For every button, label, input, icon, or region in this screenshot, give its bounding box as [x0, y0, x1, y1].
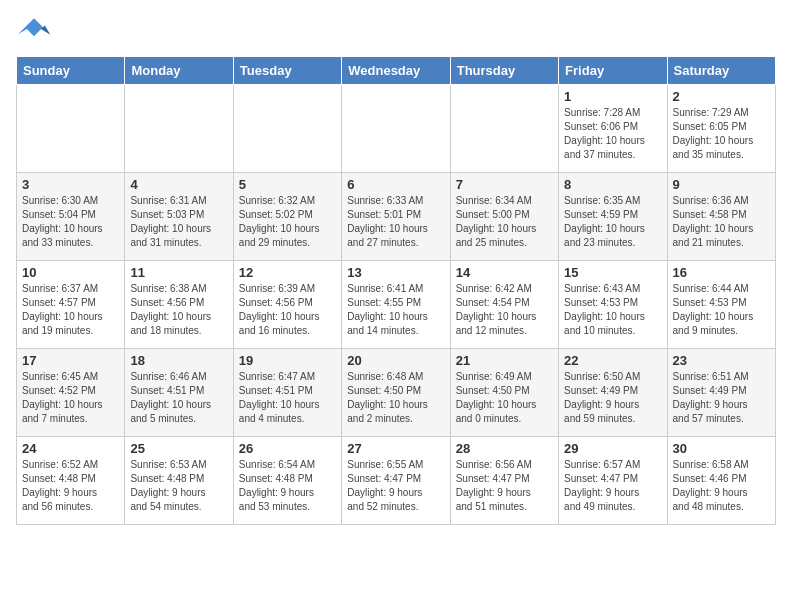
calendar-cell: 17Sunrise: 6:45 AM Sunset: 4:52 PM Dayli…: [17, 349, 125, 437]
weekday-header: Monday: [125, 57, 233, 85]
day-number: 21: [456, 353, 553, 368]
day-info: Sunrise: 6:30 AM Sunset: 5:04 PM Dayligh…: [22, 194, 119, 250]
day-number: 6: [347, 177, 444, 192]
calendar-cell: 7Sunrise: 6:34 AM Sunset: 5:00 PM Daylig…: [450, 173, 558, 261]
day-number: 23: [673, 353, 770, 368]
calendar-cell: 9Sunrise: 6:36 AM Sunset: 4:58 PM Daylig…: [667, 173, 775, 261]
day-info: Sunrise: 6:48 AM Sunset: 4:50 PM Dayligh…: [347, 370, 444, 426]
day-info: Sunrise: 6:46 AM Sunset: 4:51 PM Dayligh…: [130, 370, 227, 426]
calendar-cell: 15Sunrise: 6:43 AM Sunset: 4:53 PM Dayli…: [559, 261, 667, 349]
calendar-cell: 13Sunrise: 6:41 AM Sunset: 4:55 PM Dayli…: [342, 261, 450, 349]
calendar-cell: 22Sunrise: 6:50 AM Sunset: 4:49 PM Dayli…: [559, 349, 667, 437]
day-info: Sunrise: 6:57 AM Sunset: 4:47 PM Dayligh…: [564, 458, 661, 514]
calendar-cell: 20Sunrise: 6:48 AM Sunset: 4:50 PM Dayli…: [342, 349, 450, 437]
weekday-header: Tuesday: [233, 57, 341, 85]
day-number: 30: [673, 441, 770, 456]
calendar-cell: [342, 85, 450, 173]
day-number: 4: [130, 177, 227, 192]
calendar-cell: 14Sunrise: 6:42 AM Sunset: 4:54 PM Dayli…: [450, 261, 558, 349]
day-info: Sunrise: 6:49 AM Sunset: 4:50 PM Dayligh…: [456, 370, 553, 426]
calendar-cell: 26Sunrise: 6:54 AM Sunset: 4:48 PM Dayli…: [233, 437, 341, 525]
weekday-header: Saturday: [667, 57, 775, 85]
day-info: Sunrise: 6:58 AM Sunset: 4:46 PM Dayligh…: [673, 458, 770, 514]
day-number: 10: [22, 265, 119, 280]
day-info: Sunrise: 7:28 AM Sunset: 6:06 PM Dayligh…: [564, 106, 661, 162]
calendar-cell: [17, 85, 125, 173]
day-info: Sunrise: 6:31 AM Sunset: 5:03 PM Dayligh…: [130, 194, 227, 250]
day-info: Sunrise: 6:41 AM Sunset: 4:55 PM Dayligh…: [347, 282, 444, 338]
day-info: Sunrise: 6:38 AM Sunset: 4:56 PM Dayligh…: [130, 282, 227, 338]
day-info: Sunrise: 6:37 AM Sunset: 4:57 PM Dayligh…: [22, 282, 119, 338]
day-number: 24: [22, 441, 119, 456]
weekday-header: Sunday: [17, 57, 125, 85]
day-number: 27: [347, 441, 444, 456]
logo-icon: [16, 16, 52, 44]
calendar-cell: 19Sunrise: 6:47 AM Sunset: 4:51 PM Dayli…: [233, 349, 341, 437]
day-number: 12: [239, 265, 336, 280]
calendar-cell: 24Sunrise: 6:52 AM Sunset: 4:48 PM Dayli…: [17, 437, 125, 525]
day-info: Sunrise: 6:53 AM Sunset: 4:48 PM Dayligh…: [130, 458, 227, 514]
day-info: Sunrise: 6:42 AM Sunset: 4:54 PM Dayligh…: [456, 282, 553, 338]
day-info: Sunrise: 6:52 AM Sunset: 4:48 PM Dayligh…: [22, 458, 119, 514]
day-info: Sunrise: 6:55 AM Sunset: 4:47 PM Dayligh…: [347, 458, 444, 514]
calendar-cell: 27Sunrise: 6:55 AM Sunset: 4:47 PM Dayli…: [342, 437, 450, 525]
day-number: 26: [239, 441, 336, 456]
calendar-week-row: 3Sunrise: 6:30 AM Sunset: 5:04 PM Daylig…: [17, 173, 776, 261]
calendar-cell: [450, 85, 558, 173]
day-info: Sunrise: 7:29 AM Sunset: 6:05 PM Dayligh…: [673, 106, 770, 162]
day-info: Sunrise: 6:47 AM Sunset: 4:51 PM Dayligh…: [239, 370, 336, 426]
day-info: Sunrise: 6:33 AM Sunset: 5:01 PM Dayligh…: [347, 194, 444, 250]
day-info: Sunrise: 6:45 AM Sunset: 4:52 PM Dayligh…: [22, 370, 119, 426]
calendar-cell: 3Sunrise: 6:30 AM Sunset: 5:04 PM Daylig…: [17, 173, 125, 261]
calendar-cell: [233, 85, 341, 173]
day-info: Sunrise: 6:32 AM Sunset: 5:02 PM Dayligh…: [239, 194, 336, 250]
day-number: 1: [564, 89, 661, 104]
day-number: 7: [456, 177, 553, 192]
day-info: Sunrise: 6:36 AM Sunset: 4:58 PM Dayligh…: [673, 194, 770, 250]
day-number: 17: [22, 353, 119, 368]
calendar-cell: 10Sunrise: 6:37 AM Sunset: 4:57 PM Dayli…: [17, 261, 125, 349]
day-info: Sunrise: 6:50 AM Sunset: 4:49 PM Dayligh…: [564, 370, 661, 426]
calendar-cell: 30Sunrise: 6:58 AM Sunset: 4:46 PM Dayli…: [667, 437, 775, 525]
calendar-cell: 2Sunrise: 7:29 AM Sunset: 6:05 PM Daylig…: [667, 85, 775, 173]
calendar-week-row: 17Sunrise: 6:45 AM Sunset: 4:52 PM Dayli…: [17, 349, 776, 437]
day-number: 28: [456, 441, 553, 456]
day-info: Sunrise: 6:34 AM Sunset: 5:00 PM Dayligh…: [456, 194, 553, 250]
day-info: Sunrise: 6:43 AM Sunset: 4:53 PM Dayligh…: [564, 282, 661, 338]
header-row: SundayMondayTuesdayWednesdayThursdayFrid…: [17, 57, 776, 85]
calendar-cell: 8Sunrise: 6:35 AM Sunset: 4:59 PM Daylig…: [559, 173, 667, 261]
calendar-cell: 6Sunrise: 6:33 AM Sunset: 5:01 PM Daylig…: [342, 173, 450, 261]
calendar-cell: 21Sunrise: 6:49 AM Sunset: 4:50 PM Dayli…: [450, 349, 558, 437]
day-number: 19: [239, 353, 336, 368]
day-number: 22: [564, 353, 661, 368]
weekday-header: Friday: [559, 57, 667, 85]
header: [16, 16, 776, 44]
calendar-cell: [125, 85, 233, 173]
calendar-cell: 5Sunrise: 6:32 AM Sunset: 5:02 PM Daylig…: [233, 173, 341, 261]
day-info: Sunrise: 6:44 AM Sunset: 4:53 PM Dayligh…: [673, 282, 770, 338]
day-number: 16: [673, 265, 770, 280]
day-number: 15: [564, 265, 661, 280]
calendar-week-row: 24Sunrise: 6:52 AM Sunset: 4:48 PM Dayli…: [17, 437, 776, 525]
day-number: 20: [347, 353, 444, 368]
calendar-body: 1Sunrise: 7:28 AM Sunset: 6:06 PM Daylig…: [17, 85, 776, 525]
day-number: 14: [456, 265, 553, 280]
weekday-header: Thursday: [450, 57, 558, 85]
calendar-cell: 23Sunrise: 6:51 AM Sunset: 4:49 PM Dayli…: [667, 349, 775, 437]
day-info: Sunrise: 6:35 AM Sunset: 4:59 PM Dayligh…: [564, 194, 661, 250]
calendar-cell: 1Sunrise: 7:28 AM Sunset: 6:06 PM Daylig…: [559, 85, 667, 173]
calendar-cell: 18Sunrise: 6:46 AM Sunset: 4:51 PM Dayli…: [125, 349, 233, 437]
day-number: 3: [22, 177, 119, 192]
day-number: 5: [239, 177, 336, 192]
calendar-cell: 25Sunrise: 6:53 AM Sunset: 4:48 PM Dayli…: [125, 437, 233, 525]
day-number: 18: [130, 353, 227, 368]
day-number: 8: [564, 177, 661, 192]
day-number: 9: [673, 177, 770, 192]
logo: [16, 16, 56, 44]
day-info: Sunrise: 6:56 AM Sunset: 4:47 PM Dayligh…: [456, 458, 553, 514]
calendar-week-row: 1Sunrise: 7:28 AM Sunset: 6:06 PM Daylig…: [17, 85, 776, 173]
calendar-cell: 29Sunrise: 6:57 AM Sunset: 4:47 PM Dayli…: [559, 437, 667, 525]
calendar-cell: 4Sunrise: 6:31 AM Sunset: 5:03 PM Daylig…: [125, 173, 233, 261]
calendar-table: SundayMondayTuesdayWednesdayThursdayFrid…: [16, 56, 776, 525]
calendar-cell: 28Sunrise: 6:56 AM Sunset: 4:47 PM Dayli…: [450, 437, 558, 525]
